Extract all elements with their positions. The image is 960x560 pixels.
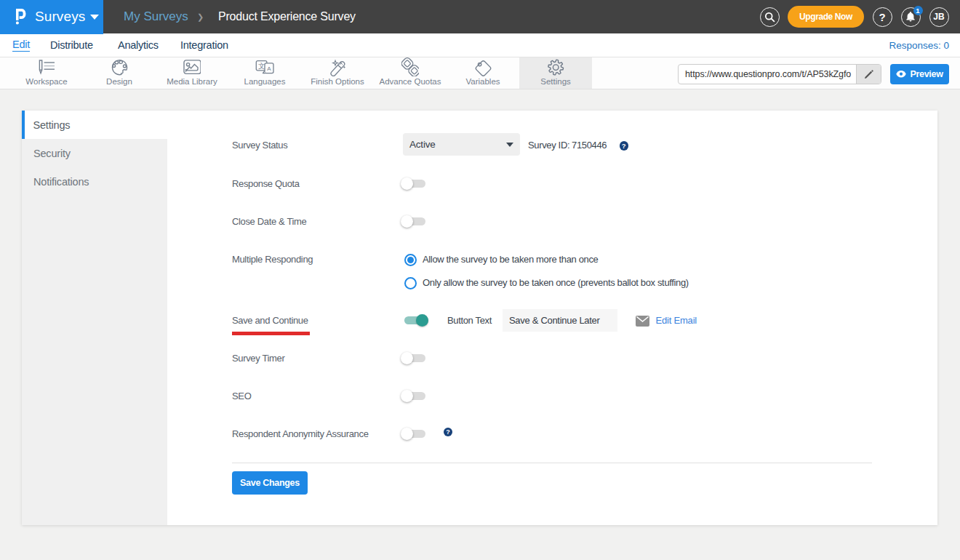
svg-text:A: A	[267, 65, 271, 72]
